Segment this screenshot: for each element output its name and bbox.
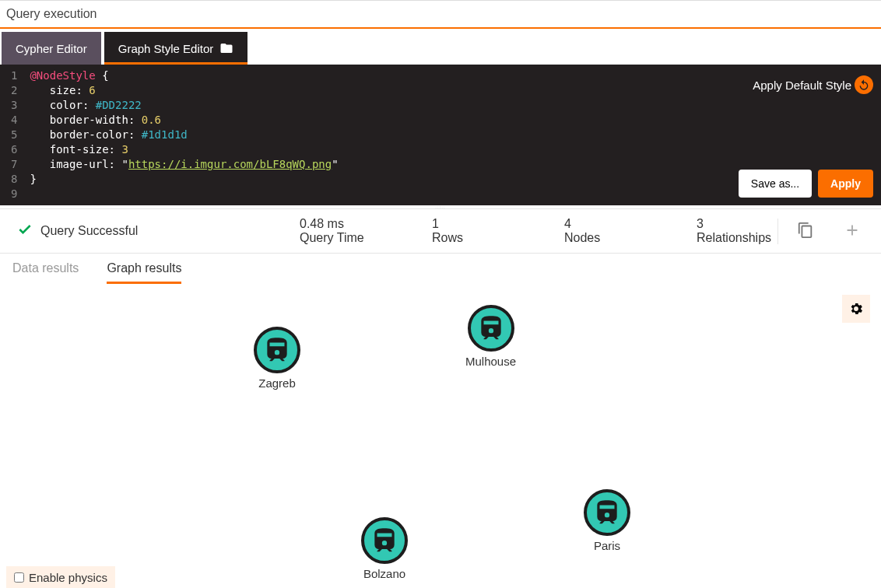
graph-node[interactable]: Paris (584, 489, 630, 552)
apply-button[interactable]: Apply (818, 170, 873, 198)
apply-default-label: Apply Default Style (753, 79, 851, 92)
editor-actions: Save as... Apply (739, 170, 873, 198)
physics-checkbox[interactable] (14, 572, 24, 583)
folder-icon (219, 41, 233, 55)
stat-relationships: 3 Relationships (697, 217, 774, 245)
line-gutter: 123456789 (0, 65, 25, 205)
tab-data-results[interactable]: Data results (12, 261, 79, 284)
tab-graph-results[interactable]: Graph results (107, 261, 181, 284)
tab-label: Graph Style Editor (118, 42, 214, 55)
enable-physics-toggle[interactable]: Enable physics (6, 566, 115, 588)
settings-button[interactable] (842, 295, 870, 323)
stats-actions (777, 219, 864, 244)
code-editor[interactable]: 123456789 @NodeStyle { size: 6 color: #D… (0, 65, 881, 205)
save-as-button[interactable]: Save as... (739, 170, 812, 198)
train-icon (476, 313, 506, 343)
query-status: Query Successful (17, 222, 138, 240)
graph-edges (0, 284, 233, 401)
plus-icon (844, 222, 861, 239)
node-label: Paris (594, 539, 620, 552)
tab-cypher-editor[interactable]: Cypher Editor (2, 32, 101, 65)
train-icon (370, 526, 399, 555)
undo-icon (855, 75, 873, 94)
node-circle (468, 305, 514, 352)
graph-node[interactable]: Bolzano (361, 517, 408, 580)
stats-group: 0.48 ms Query Time 1 Rows 4 Nodes 3 Rela… (300, 217, 777, 245)
copy-button[interactable] (794, 219, 817, 244)
status-text: Query Successful (40, 224, 138, 238)
tab-graph-style-editor[interactable]: Graph Style Editor (104, 32, 248, 65)
apply-default-style[interactable]: Apply Default Style (753, 75, 873, 94)
check-icon (17, 222, 33, 240)
node-circle (584, 489, 630, 536)
graph-node[interactable]: Mulhouse (465, 305, 516, 368)
gear-icon (848, 301, 864, 317)
train-icon (592, 498, 622, 527)
stat-nodes: 4 Nodes (564, 217, 642, 245)
physics-label: Enable physics (29, 571, 107, 584)
node-label: Bolzano (363, 567, 405, 580)
train-icon (262, 335, 292, 365)
query-stats: Query Successful 0.48 ms Query Time 1 Ro… (0, 208, 881, 254)
stat-rows: 1 Rows (432, 217, 510, 245)
node-label: Mulhouse (465, 355, 516, 368)
stat-query-time: 0.48 ms Query Time (300, 217, 377, 245)
add-button[interactable] (841, 219, 864, 244)
editor-tabs: Cypher Editor Graph Style Editor (0, 29, 881, 65)
graph-node[interactable]: Zagreb (254, 327, 300, 390)
node-circle (254, 327, 300, 373)
copy-icon (797, 222, 814, 239)
graph-canvas[interactable]: Zagreb Mulhouse Bolzano Paris Enable phy… (0, 284, 881, 588)
result-tabs: Data results Graph results (0, 254, 881, 284)
node-label: Zagreb (258, 376, 296, 390)
page-title: Query execution (0, 0, 881, 27)
node-circle (361, 517, 408, 564)
